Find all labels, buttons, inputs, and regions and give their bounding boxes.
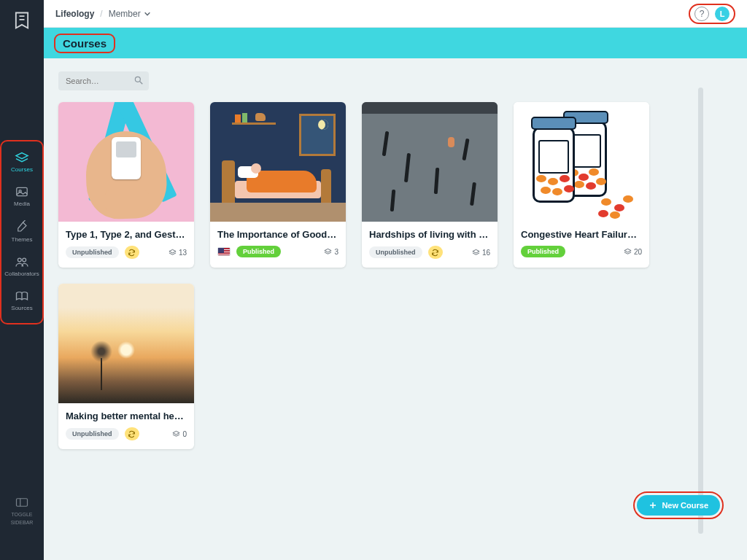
- help-icon: ?: [700, 9, 705, 19]
- svg-point-2: [18, 258, 21, 262]
- scrollbar[interactable]: [698, 88, 703, 534]
- course-thumbnail: [362, 102, 498, 222]
- status-chip-published: Published: [236, 246, 281, 257]
- svg-line-7: [140, 82, 143, 85]
- breadcrumb-separator: /: [100, 9, 102, 19]
- breadcrumb-current-label: Member: [109, 9, 141, 19]
- avatar-initial: L: [720, 9, 725, 18]
- svg-point-6: [135, 77, 140, 82]
- main-column: Lifeology / Member ? L Courses: [44, 0, 747, 560]
- card-count-value: 16: [482, 249, 490, 257]
- breadcrumb-current[interactable]: Member: [109, 9, 151, 19]
- sync-icon: [428, 246, 443, 259]
- card-count-value: 20: [634, 248, 642, 256]
- breadcrumb-root[interactable]: Lifeology: [55, 9, 94, 19]
- sidebar-item-sources[interactable]: Sources: [3, 284, 41, 319]
- cards-icon: [169, 249, 177, 256]
- user-avatar[interactable]: L: [715, 7, 729, 21]
- course-title: Hardships of living with an in…: [369, 229, 490, 240]
- course-title: The Importance of Good Sle…: [217, 229, 338, 240]
- search-wrap: [58, 71, 149, 90]
- topbar-actions-highlight: ? L: [689, 4, 735, 24]
- sidebar: Courses Media Themes Collaborators Sourc…: [0, 0, 44, 560]
- sidebar-item-label: Themes: [12, 236, 33, 243]
- course-thumbnail: [58, 102, 194, 222]
- svg-rect-4: [17, 499, 28, 507]
- toggle-sidebar-label-2: SIDEBAR: [11, 520, 34, 525]
- card-count: 0: [172, 430, 187, 438]
- course-thumbnail: [58, 284, 194, 403]
- status-chip-published: Published: [521, 246, 565, 257]
- sidebar-item-courses[interactable]: Courses: [3, 146, 41, 180]
- card-count: 20: [624, 248, 642, 256]
- card-count-value: 3: [334, 248, 338, 256]
- sidebar-item-media[interactable]: Media: [3, 180, 41, 214]
- course-title: Making better mental health…: [66, 411, 187, 421]
- course-card[interactable]: Hardships of living with an in… Unpublis…: [362, 102, 498, 268]
- content-area: Type 1, Type 2, and Gestation… Unpublish…: [44, 58, 747, 560]
- page-banner: Courses: [44, 28, 747, 58]
- sync-icon: [125, 427, 139, 440]
- new-course-label: New Course: [662, 501, 708, 510]
- course-thumbnail: [514, 102, 649, 222]
- page-title: Courses: [54, 34, 115, 53]
- status-chip-unpublished: Unpublished: [66, 428, 119, 440]
- course-grid: Type 1, Type 2, and Gestation… Unpublish…: [58, 102, 732, 449]
- book-icon: [15, 290, 29, 302]
- svg-point-3: [23, 258, 26, 262]
- new-course-highlight: New Course: [633, 491, 724, 519]
- image-icon: [15, 186, 29, 198]
- course-card[interactable]: Type 1, Type 2, and Gestation… Unpublish…: [58, 102, 194, 268]
- card-count-value: 13: [179, 249, 187, 257]
- new-course-button[interactable]: New Course: [637, 495, 720, 516]
- brush-icon: [15, 220, 29, 233]
- app-logo: [12, 10, 32, 31]
- users-icon: [15, 256, 29, 268]
- card-count: 16: [472, 249, 490, 257]
- cards-icon: [624, 248, 632, 255]
- toggle-sidebar-button[interactable]: TOGGLE SIDEBAR: [0, 497, 44, 526]
- cards-icon: [472, 249, 480, 256]
- sync-icon: [125, 246, 139, 259]
- cards-icon: [324, 248, 332, 255]
- plus-icon: [649, 501, 657, 510]
- layers-icon: [15, 152, 29, 163]
- search-icon: [133, 75, 144, 85]
- topbar: Lifeology / Member ? L: [44, 0, 747, 28]
- sidebar-item-label: Collaborators: [4, 271, 39, 277]
- flag-us-icon: [217, 247, 231, 256]
- sidebar-item-label: Sources: [11, 305, 32, 311]
- status-chip-unpublished: Unpublished: [66, 246, 119, 258]
- svg-rect-0: [17, 187, 27, 195]
- course-card[interactable]: The Importance of Good Sle… Published 3: [210, 102, 346, 268]
- course-title: Type 1, Type 2, and Gestation…: [66, 229, 187, 240]
- help-button[interactable]: ?: [694, 7, 709, 21]
- sidebar-item-themes[interactable]: Themes: [3, 214, 41, 250]
- sidebar-nav-highlight: Courses Media Themes Collaborators Sourc…: [0, 140, 44, 324]
- card-count: 3: [324, 248, 338, 256]
- course-card[interactable]: Making better mental health… Unpublished…: [58, 284, 194, 449]
- panel-icon: [15, 497, 28, 508]
- toggle-sidebar-label-1: TOGGLE: [11, 512, 32, 517]
- card-count-value: 0: [182, 430, 187, 438]
- course-card[interactable]: Congestive Heart Failure Me… Published 2…: [514, 102, 649, 268]
- cards-icon: [172, 430, 180, 438]
- status-chip-unpublished: Unpublished: [369, 246, 422, 258]
- course-thumbnail: [210, 102, 346, 222]
- sidebar-item-label: Courses: [11, 166, 33, 173]
- sidebar-item-label: Media: [14, 201, 30, 207]
- chevron-down-icon: [144, 10, 151, 18]
- sidebar-item-collaborators[interactable]: Collaborators: [3, 250, 41, 284]
- card-count: 13: [169, 249, 187, 257]
- course-title: Congestive Heart Failure Me…: [521, 229, 642, 240]
